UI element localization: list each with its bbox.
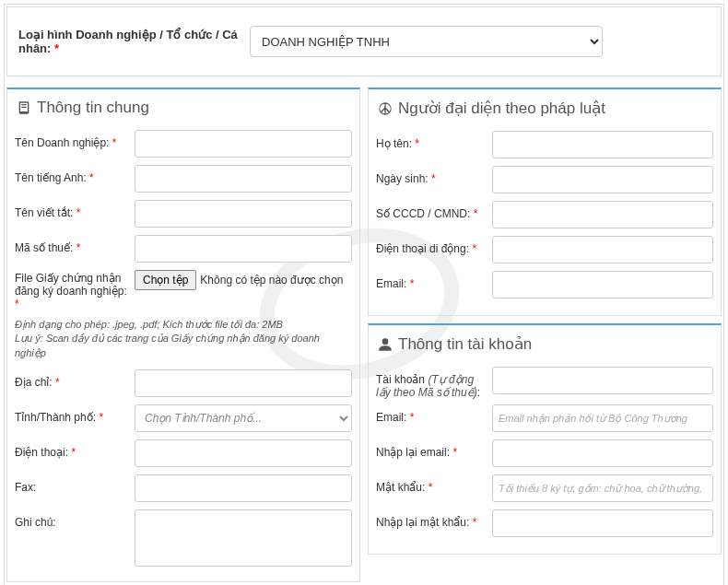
file-none-text: Không có tệp nào được chọn	[200, 274, 343, 287]
account-email-input[interactable]	[492, 404, 713, 432]
fax-label: Fax:	[15, 474, 135, 494]
book-icon	[17, 100, 31, 115]
english-name-input[interactable]	[135, 165, 352, 193]
phone-input[interactable]	[135, 439, 352, 467]
short-name-label: Tên viết tắt: *	[15, 200, 135, 219]
account-label: Tài khoản (Tự động lấy theo Mã số thuế):	[376, 367, 492, 399]
address-input[interactable]	[135, 369, 352, 397]
mobile-input[interactable]	[492, 236, 713, 263]
repassword-input[interactable]	[492, 509, 713, 537]
company-name-input[interactable]	[135, 130, 352, 158]
fax-input[interactable]	[135, 474, 352, 502]
rep-email-label: Email: *	[376, 271, 492, 290]
address-label: Địa chỉ: *	[15, 369, 135, 389]
dob-label: Ngày sinh: *	[376, 166, 492, 185]
repassword-label: Nhập lại mật khẩu: *	[376, 509, 492, 529]
representative-panel: Người đại diện theo pháp luật Họ tên: * …	[368, 88, 722, 316]
id-input[interactable]	[492, 201, 713, 228]
general-info-panel: Thông tin chung Tên Doanh nghiệp: * Tên …	[6, 88, 360, 582]
fullname-input[interactable]	[492, 131, 713, 158]
fullname-label: Họ tên: *	[376, 131, 492, 150]
note-textarea[interactable]	[135, 509, 352, 567]
form-container: Loại hình Doanh nghiệp / Tổ chức / Cá nh…	[4, 4, 724, 585]
province-select[interactable]: Chọn Tỉnh/Thành phố...	[135, 404, 352, 432]
company-name-label: Tên Doanh nghiệp: *	[15, 130, 135, 149]
reemail-input[interactable]	[492, 439, 713, 467]
province-label: Tỉnh/Thành phố: *	[15, 404, 135, 424]
tax-code-label: Mã số thuế: *	[15, 235, 135, 254]
tax-code-input[interactable]	[135, 235, 352, 263]
account-input[interactable]	[492, 367, 713, 394]
reemail-label: Nhập lại email: *	[376, 439, 492, 459]
password-input[interactable]	[492, 474, 713, 502]
peace-icon	[378, 101, 393, 116]
business-type-section: Loại hình Doanh nghiệp / Tổ chức / Cá nh…	[6, 6, 722, 76]
general-info-header: Thông tin chung	[7, 89, 359, 126]
representative-header: Người đại diện theo pháp luật	[369, 89, 721, 127]
dob-input[interactable]	[492, 166, 713, 193]
password-label: Mật khẩu: *	[376, 474, 492, 494]
business-type-label: Loại hình Doanh nghiệp / Tổ chức / Cá nh…	[15, 28, 250, 55]
user-icon	[378, 337, 393, 352]
phone-label: Điện thoại: *	[15, 439, 135, 459]
business-type-select[interactable]: DOANH NGHIỆP TNHH	[250, 26, 603, 57]
file-label: File Giấy chứng nhận đăng ký doanh nghiệ…	[15, 270, 135, 310]
account-header: Thông tin tài khoản	[369, 325, 721, 363]
short-name-input[interactable]	[135, 200, 352, 228]
file-choose-button[interactable]: Chọn tệp	[135, 270, 196, 290]
account-panel: Thông tin tài khoản Tài khoản (Tự động l…	[368, 323, 722, 555]
mobile-label: Điện thoại di động: *	[376, 236, 492, 255]
id-label: Số CCCD / CMND: *	[376, 201, 492, 220]
english-name-label: Tên tiếng Anh: *	[15, 165, 135, 184]
account-email-label: Email: *	[376, 404, 492, 424]
file-hint: Định dạng cho phép: .jpeg, .pdf; Kích th…	[15, 318, 352, 360]
note-label: Ghi chú:	[15, 509, 135, 529]
rep-email-input[interactable]	[492, 271, 713, 298]
